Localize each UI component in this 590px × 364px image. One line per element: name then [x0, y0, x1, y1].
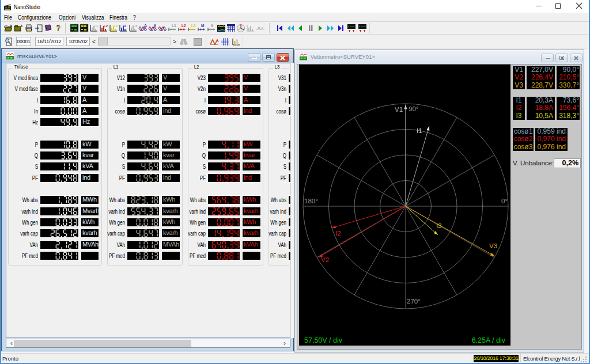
svg-text:0°: 0° [501, 198, 508, 204]
svg-text:I1: I1 [417, 127, 422, 134]
svg-text:180°: 180° [304, 198, 318, 204]
svg-text:6,25A / div: 6,25A / div [472, 336, 506, 344]
svg-text:θ: θ [154, 24, 156, 28]
svg-text:I3: I3 [436, 222, 442, 229]
svg-text:270°: 270° [407, 298, 421, 305]
svg-text:57,50V / div: 57,50V / div [304, 336, 343, 344]
svg-text:L1: L1 [172, 24, 176, 28]
svg-text:L3: L3 [114, 24, 118, 28]
svg-text:L2: L2 [181, 24, 186, 28]
svg-text:X: X [211, 24, 214, 28]
svg-text:L2: L2 [104, 24, 108, 28]
svg-text:L1: L1 [94, 24, 99, 28]
svg-text:L3: L3 [191, 24, 196, 28]
svg-text:A: A [144, 24, 147, 28]
svg-text:V1: V1 [395, 106, 403, 113]
svg-text:V3: V3 [489, 242, 497, 249]
svg-text:LX: LX [133, 24, 138, 28]
svg-text:M: M [201, 24, 204, 28]
svg-text:90°: 90° [409, 105, 418, 112]
svg-text:I2: I2 [335, 230, 341, 237]
svg-text:?: ? [56, 24, 60, 33]
svg-text:I4: I4 [123, 24, 127, 28]
svg-text:V2: V2 [321, 256, 329, 263]
